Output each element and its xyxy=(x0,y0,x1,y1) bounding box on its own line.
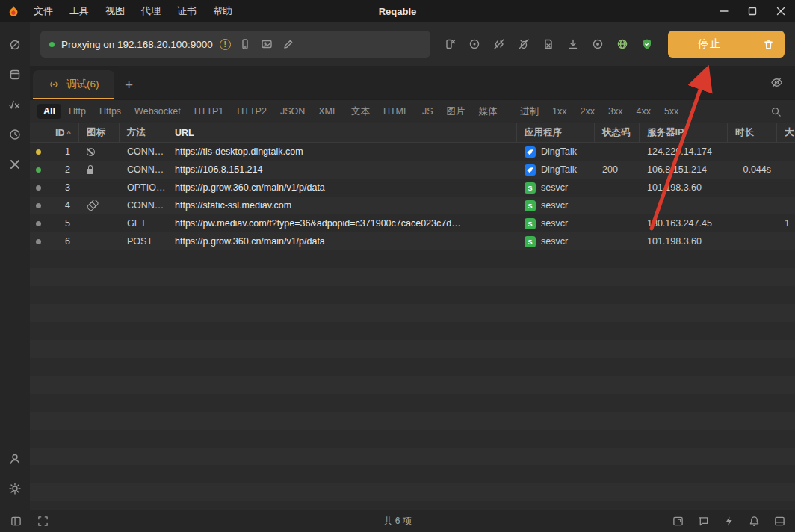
menu-item[interactable]: 帮助 xyxy=(205,0,241,22)
filter-chip-媒体[interactable]: 媒体 xyxy=(473,103,504,120)
history-icon[interactable] xyxy=(1,120,28,149)
row-url: https://106.8.151.214 xyxy=(167,161,517,179)
filter-chip-http[interactable]: Http xyxy=(63,104,92,119)
sesvcr-icon: S xyxy=(525,218,536,229)
reqable-logo-icon xyxy=(7,5,19,17)
search-icon[interactable] xyxy=(770,106,782,117)
phone-icon[interactable] xyxy=(238,37,253,52)
clear-session-icon[interactable] xyxy=(752,31,785,58)
column-header[interactable]: 大 xyxy=(777,123,795,142)
column-header[interactable]: 应用程序 xyxy=(517,123,595,142)
filter-chip-1xx[interactable]: 1xx xyxy=(546,104,572,119)
menu-item[interactable]: 工具 xyxy=(61,0,97,22)
filter-chip-all[interactable]: All xyxy=(37,104,61,119)
account-icon[interactable] xyxy=(1,444,28,474)
filter-chip-图片[interactable]: 图片 xyxy=(441,103,471,120)
row-size xyxy=(777,232,795,250)
edit-icon[interactable] xyxy=(281,37,296,52)
table-row[interactable]: 1CONN…https://tls-desktop.dingtalk.comDi… xyxy=(30,143,795,161)
script-icon[interactable] xyxy=(1,90,28,120)
settings-icon[interactable] xyxy=(1,474,28,504)
bottom-panel-icon[interactable] xyxy=(773,515,786,528)
row-method: CONN… xyxy=(120,161,167,179)
mirror-off-icon[interactable] xyxy=(441,35,459,53)
fullscreen-icon[interactable] xyxy=(36,515,49,528)
filter-chip-5xx[interactable]: 5xx xyxy=(658,104,684,119)
float-window-icon[interactable] xyxy=(671,515,684,528)
proxy-status-chip[interactable]: Proxying on 192.168.20.100:9000 ! xyxy=(40,31,430,58)
filter-chip-websocket[interactable]: Websocket xyxy=(129,104,187,119)
download-icon[interactable] xyxy=(564,35,582,53)
row-server-ip: 101.198.3.60 xyxy=(640,179,728,197)
empty-rows-area[interactable] xyxy=(30,250,795,510)
filter-chip-文本[interactable]: 文本 xyxy=(345,103,376,120)
bug-off-icon[interactable] xyxy=(515,35,533,53)
table-row[interactable]: 4CONN…https://static-ssl.mediav.comSsesv… xyxy=(30,197,795,214)
row-method: CONN… xyxy=(120,143,167,161)
filter-chip-4xx[interactable]: 4xx xyxy=(630,104,656,119)
filter-chip-xml[interactable]: XML xyxy=(312,104,344,119)
filter-list: AllHttpHttpsWebsocketHTTP1HTTP2JSONXML文本… xyxy=(37,103,684,120)
status-dot-cell xyxy=(30,161,46,179)
new-tab-button[interactable]: + xyxy=(114,70,144,99)
status-dot-cell xyxy=(30,232,46,250)
row-size xyxy=(777,179,795,197)
menu-item[interactable]: 视图 xyxy=(97,0,133,22)
feedback-icon[interactable] xyxy=(696,515,710,528)
filter-chip-2xx[interactable]: 2xx xyxy=(575,104,601,119)
maximize-button[interactable] xyxy=(738,0,767,22)
menu-item[interactable]: 证书 xyxy=(169,0,205,22)
api-testing-icon[interactable] xyxy=(1,30,28,60)
dingtalk-icon xyxy=(525,146,536,158)
row-status xyxy=(595,179,640,197)
table-row[interactable]: 2CONN…https://106.8.151.214DingTalk20010… xyxy=(30,161,795,179)
filter-chip-json[interactable]: JSON xyxy=(274,104,311,119)
stop-button-label[interactable]: 停止 xyxy=(668,31,752,58)
ssl-shield-icon[interactable] xyxy=(638,35,656,53)
close-button[interactable] xyxy=(767,0,795,22)
stop-proxy-button[interactable]: 停止 xyxy=(668,31,785,58)
record-icon[interactable] xyxy=(589,35,607,53)
collection-icon[interactable] xyxy=(1,60,28,90)
column-header[interactable]: 状态码 xyxy=(595,123,640,142)
row-id: 4 xyxy=(46,197,79,214)
filter-chip-http1[interactable]: HTTP1 xyxy=(188,104,230,119)
row-duration xyxy=(728,214,777,232)
breakpoint-off-icon[interactable] xyxy=(490,35,508,53)
column-header[interactable]: URL xyxy=(167,123,517,142)
filter-chip-html[interactable]: HTML xyxy=(377,104,415,119)
column-header[interactable]: ID^ xyxy=(46,123,79,142)
toggle-sidebar-icon[interactable] xyxy=(9,515,22,528)
filter-chip-http2[interactable]: HTTP2 xyxy=(231,104,273,119)
column-header[interactable]: 图标 xyxy=(79,123,120,142)
row-id: 2 xyxy=(46,161,79,179)
hide-columns-icon[interactable] xyxy=(770,76,783,89)
notifications-icon[interactable] xyxy=(747,515,761,528)
upgrade-icon[interactable] xyxy=(722,515,735,528)
column-header[interactable]: 服务器IP xyxy=(640,123,728,142)
minimize-button[interactable] xyxy=(710,0,738,22)
warning-icon[interactable]: ! xyxy=(220,39,231,50)
toolbox-icon[interactable] xyxy=(1,149,28,179)
tab-debug[interactable]: 调试(6) xyxy=(33,70,114,99)
filter-chip-https[interactable]: Https xyxy=(93,104,127,119)
network-icon[interactable] xyxy=(613,35,631,53)
menu-item[interactable]: 代理 xyxy=(133,0,169,22)
table-row[interactable]: 6POSThttps://p.grow.360.cn/main/v1/p/dat… xyxy=(30,232,795,250)
filter-chip-二进制[interactable]: 二进制 xyxy=(505,103,545,120)
filter-chip-3xx[interactable]: 3xx xyxy=(602,104,628,119)
filter-chip-js[interactable]: JS xyxy=(416,104,439,119)
column-header[interactable]: 时长 xyxy=(728,123,777,142)
rewrite-off-icon[interactable] xyxy=(539,35,557,53)
menu-item[interactable]: 文件 xyxy=(25,0,61,22)
titlebar: 文件工具视图代理证书帮助 Reqable xyxy=(0,0,795,22)
row-id: 1 xyxy=(46,143,79,161)
screenshot-icon[interactable] xyxy=(259,37,274,52)
proxy-status-text: Proxying on 192.168.20.100:9000 xyxy=(61,39,213,50)
row-id: 6 xyxy=(46,232,79,250)
sniffer-icon[interactable] xyxy=(465,35,483,53)
table-row[interactable]: 5GEThttps://pw.mediav.com/t?type=36&adpo… xyxy=(30,214,795,232)
column-header[interactable]: 方法 xyxy=(120,123,167,142)
table-row[interactable]: 3OPTIO…https://p.grow.360.cn/main/v1/p/d… xyxy=(30,179,795,197)
toolbar-actions xyxy=(441,35,656,53)
